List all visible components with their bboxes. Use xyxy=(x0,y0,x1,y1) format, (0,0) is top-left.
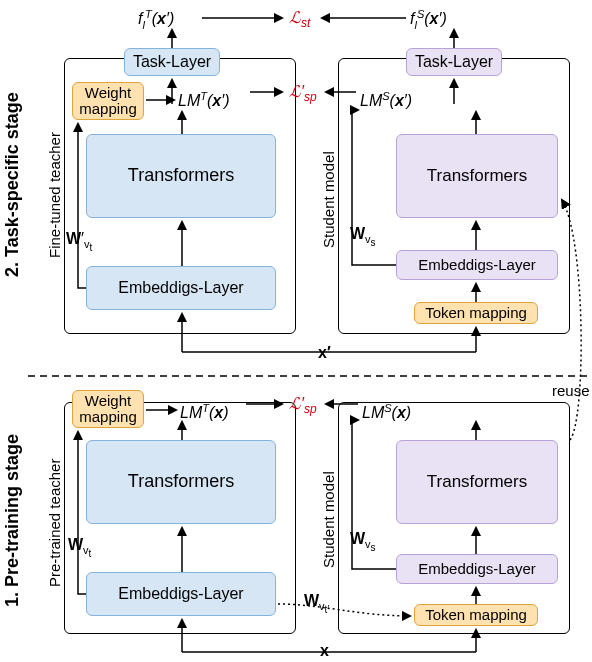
f-S-label: flS(x′) xyxy=(410,8,447,31)
LM-T-xp: LMT(x′) xyxy=(178,90,230,110)
W-vt-label: Wvt xyxy=(68,536,91,559)
student-side-label-top: Student model xyxy=(320,130,337,270)
LM-T-x: LMT(x) xyxy=(180,402,229,422)
teacher-side-label-bottom: Pre-trained teacher xyxy=(46,440,63,605)
teacher-side-label-top: Fine-tuned teacher xyxy=(46,110,63,280)
student-embeddings-bottom: Embeddigs-Layer xyxy=(396,554,558,584)
loss-st: ℒst xyxy=(289,8,310,30)
teacher-embeddings-top: Embeddigs-Layer xyxy=(86,266,276,310)
student-embeddings-top: Embeddigs-Layer xyxy=(396,250,558,280)
teacher-transformers-bottom: Transformers xyxy=(86,440,276,524)
token-mapping-bottom: Token mapping xyxy=(414,604,538,626)
W-vtprime-label: Wvt′ xyxy=(304,592,329,615)
teacher-task-layer-top: Task-Layer xyxy=(124,48,220,76)
teacher-embeddings-bottom: Embeddigs-Layer xyxy=(86,572,276,616)
W-vs-label-bottom: Wvs xyxy=(350,530,376,553)
W-vs-label-top: Wvs xyxy=(350,225,376,248)
loss-sp-top: ℒ′sp xyxy=(289,82,317,104)
xprime-label: x′ xyxy=(318,344,331,362)
f-T-label: flT(x′) xyxy=(138,8,174,31)
student-side-label-bottom: Student model xyxy=(320,450,337,590)
teacher-transformers-top: Transformers xyxy=(86,134,276,218)
student-transformers-bottom: Transformers xyxy=(396,440,558,524)
token-mapping-top: Token mapping xyxy=(414,302,538,324)
W-vtp-label: W′vt xyxy=(66,230,92,253)
stage-label-pretrain: 1. Pre-training stage xyxy=(2,400,23,640)
loss-sp-bottom: ℒ′sp xyxy=(289,394,317,416)
weight-mapping-bottom: Weight mapping xyxy=(72,390,144,428)
LM-S-xp: LMS(x′) xyxy=(360,90,412,110)
student-transformers-top: Transformers xyxy=(396,134,558,218)
stage-label-task: 2. Task-specific stage xyxy=(2,40,23,330)
reuse-label: reuse xyxy=(552,382,590,399)
x-label: x xyxy=(320,642,329,660)
LM-S-x: LMS(x) xyxy=(362,402,411,422)
weight-mapping-top: Weight mapping xyxy=(72,82,144,120)
student-task-layer-top: Task-Layer xyxy=(406,48,502,76)
